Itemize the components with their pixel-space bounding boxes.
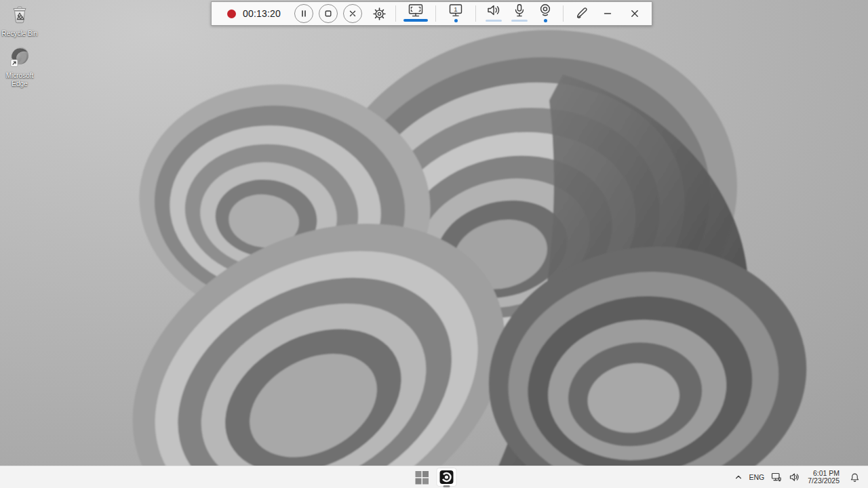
- desktop: Recycle Bin Microsoft Edge: [0, 0, 868, 488]
- annotate-button[interactable]: [570, 2, 594, 25]
- tray-date: 7/23/2025: [808, 477, 840, 485]
- pause-icon: [300, 9, 308, 18]
- recorder-toolbar: 00:13:20: [211, 1, 652, 26]
- taskbar-app-recorder[interactable]: [437, 468, 457, 487]
- app-running-indicator: [443, 485, 450, 487]
- stop-icon: [324, 9, 332, 18]
- display-1-icon: 1: [448, 3, 464, 18]
- microphone-level-track: [511, 20, 528, 22]
- tray-network-button[interactable]: [768, 468, 785, 486]
- wallpaper-bloom: [0, 0, 868, 466]
- edge-icon: [8, 45, 31, 70]
- display-1-enabled-dot: [454, 19, 458, 22]
- desktop-icon-label: Recycle Bin: [2, 30, 38, 38]
- tray-notifications-button[interactable]: [844, 468, 865, 486]
- close-icon: [631, 9, 639, 18]
- system-audio-level-track: [486, 20, 502, 22]
- screen-capture-toggle[interactable]: [401, 2, 431, 25]
- microphone-toggle[interactable]: [507, 2, 532, 25]
- desktop-icon-recycle-bin[interactable]: Recycle Bin: [0, 3, 39, 38]
- webcam-icon: [538, 3, 553, 18]
- minimize-icon: [604, 9, 612, 18]
- toolbar-divider: [395, 5, 396, 22]
- microphone-icon: [512, 3, 527, 18]
- recording-timer: 00:13:20: [243, 8, 285, 19]
- volume-icon: [789, 472, 800, 483]
- stop-button[interactable]: [319, 4, 338, 23]
- speaker-icon: [486, 3, 501, 18]
- network-icon: [771, 472, 782, 483]
- tray-language-button[interactable]: ENG: [746, 468, 768, 486]
- desktop-icon-microsoft-edge[interactable]: Microsoft Edge: [0, 45, 39, 88]
- tray-hidden-icons-button[interactable]: [731, 468, 746, 486]
- windows-start-icon: [414, 470, 429, 485]
- display-1-toggle[interactable]: 1: [441, 2, 471, 25]
- gear-icon: [372, 7, 387, 21]
- webcam-enabled-dot: [544, 19, 547, 22]
- recycle-bin-icon: [8, 3, 31, 28]
- bell-icon: [850, 472, 860, 483]
- taskbar-center: [412, 466, 457, 488]
- screen-capture-icon: [408, 3, 424, 18]
- record-indicator-icon: [227, 9, 236, 18]
- pause-button[interactable]: [294, 4, 313, 23]
- pen-icon: [574, 6, 589, 21]
- system-tray: ENG 6:01 PM 7/23/2025: [731, 466, 865, 488]
- minimize-button[interactable]: [594, 2, 621, 25]
- toolbar-divider: [563, 5, 564, 22]
- webcam-toggle[interactable]: [532, 2, 558, 25]
- recorder-app-icon: [439, 470, 454, 485]
- cancel-button[interactable]: [343, 4, 362, 23]
- close-button[interactable]: [621, 2, 648, 25]
- toolbar-divider: [435, 5, 436, 22]
- screen-capture-active-indicator: [403, 19, 428, 22]
- desktop-icon-grid: Recycle Bin Microsoft Edge: [0, 3, 39, 88]
- tray-volume-button[interactable]: [785, 468, 803, 486]
- system-audio-toggle[interactable]: [481, 2, 507, 25]
- taskbar: ENG 6:01 PM 7/23/2025: [0, 466, 868, 488]
- desktop-icon-label: Microsoft Edge: [1, 72, 38, 88]
- start-button[interactable]: [412, 468, 432, 487]
- tray-clock-button[interactable]: 6:01 PM 7/23/2025: [803, 468, 844, 486]
- cancel-icon: [349, 9, 357, 18]
- svg-text:1: 1: [454, 5, 457, 13]
- toolbar-divider: [475, 5, 476, 22]
- chevron-up-icon: [734, 473, 743, 481]
- settings-button[interactable]: [368, 2, 391, 25]
